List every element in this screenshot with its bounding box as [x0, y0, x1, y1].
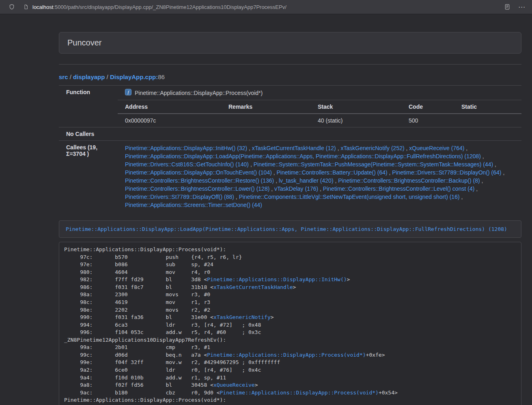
browser-toolbar: localhost:5000/path/src/displayapp/Displ…: [0, 0, 532, 14]
callee-link[interactable]: lv_task_handler (420): [279, 177, 334, 184]
callee-separator: ,: [274, 177, 279, 184]
breadcrumb-link[interactable]: displayapp: [73, 73, 105, 80]
breadcrumb-text: 86: [158, 73, 165, 80]
stats-value: 500: [401, 114, 454, 127]
callee-link[interactable]: vTaskDelay (176): [274, 185, 318, 192]
breadcrumb-separator: /: [105, 73, 110, 80]
stats-header: Stack: [310, 100, 401, 114]
divider: [59, 64, 521, 65]
page-content: Puncover src / displayapp / DisplayApp.c…: [59, 32, 521, 405]
callee-separator: ,: [318, 185, 323, 192]
callee-separator: ,: [460, 194, 463, 200]
callees-row: Callees (19, Σ=3704 ) Pinetime::Applicat…: [59, 141, 521, 213]
callee-link[interactable]: Pinetime::System::SystemTask::PushMessag…: [254, 161, 493, 168]
asm-symbol-link[interactable]: xTaskGetCurrentTaskHandle: [213, 284, 293, 290]
overflow-menu-icon[interactable]: ⋯: [518, 4, 526, 11]
breadcrumb: src / displayapp / DisplayApp.cpp:86: [59, 73, 521, 80]
callee-link[interactable]: xTaskGetCurrentTaskHandle (12): [252, 145, 336, 151]
asm-symbol-link[interactable]: Pinetime::Applications::DisplayApp::Proc…: [207, 352, 366, 358]
callee-separator: ,: [405, 145, 409, 151]
callee-link[interactable]: Pinetime::Controllers::BrightnessControl…: [125, 185, 269, 192]
disassembly-code: Pinetime::Applications::DisplayApp::Proc…: [59, 242, 521, 405]
stats-value-row: 0x0000097c40 (static)500: [118, 114, 521, 127]
callee-separator: ,: [493, 161, 496, 168]
callee-separator: ,: [247, 145, 252, 151]
callee-link[interactable]: Pinetime::Controllers::BrightnessControl…: [338, 177, 480, 184]
page-info-icon[interactable]: [24, 4, 28, 10]
function-row: Function f Pinetime::Applications::Displ…: [59, 86, 521, 100]
asm-symbol-link[interactable]: Pinetime::Applications::DisplayApp::Init…: [207, 276, 347, 282]
stats-header: Address: [118, 100, 221, 114]
callee-link[interactable]: Pinetime::Controllers::BrightnessControl…: [323, 185, 474, 192]
stats-row: AddressRemarksStackCodeStatic 0x0000097c…: [59, 100, 521, 127]
shield-icon[interactable]: [9, 4, 15, 10]
callee-separator: ,: [388, 169, 392, 176]
callee-separator: ,: [474, 185, 478, 192]
callee-link[interactable]: Pinetime::Applications::Screens::Timer::…: [125, 202, 262, 208]
function-label: Function: [59, 86, 118, 127]
callee-link[interactable]: xQueueReceive (764): [409, 145, 464, 151]
callee-separator: ,: [480, 177, 483, 184]
reader-mode-icon[interactable]: [504, 4, 510, 10]
no-callers-row: No Callers: [59, 127, 521, 141]
url-host: localhost: [32, 4, 53, 10]
function-table: Function f Pinetime::Applications::Displ…: [59, 85, 521, 212]
app-header: Puncover: [59, 32, 521, 54]
breadcrumb-link[interactable]: src: [59, 73, 68, 80]
callee-link[interactable]: Pinetime::Drivers::Cst816S::GetTouchInfo…: [125, 161, 249, 168]
callee-link[interactable]: Pinetime::Components::LittleVgl::SetNewT…: [239, 194, 460, 200]
stats-header: Static: [454, 100, 521, 114]
callee-link[interactable]: xTaskGenericNotify (252): [340, 145, 404, 151]
stats-value: [221, 114, 310, 127]
callee-separator: ,: [502, 169, 505, 176]
callee-separator: ,: [234, 194, 239, 200]
callee-link[interactable]: Pinetime::Applications::DisplayApp::Init…: [125, 145, 247, 151]
callees-label: Callees (19, Σ=3704 ): [59, 141, 118, 213]
stats-value: 40 (static): [310, 114, 401, 127]
callee-link[interactable]: Pinetime::Controllers::BrightnessControl…: [125, 177, 274, 184]
url-bar[interactable]: localhost:5000/path/src/displayapp/Displ…: [32, 4, 286, 10]
function-name: Pinetime::Applications::DisplayApp::Proc…: [135, 90, 263, 96]
callee-separator: ,: [336, 145, 341, 151]
highlighted-symbol-link[interactable]: Pinetime::Applications::DisplayApp::Load…: [66, 226, 507, 232]
callee-separator: ,: [272, 169, 277, 176]
stats-value: [454, 114, 521, 127]
page-title: Puncover: [67, 38, 513, 47]
stats-header: Code: [401, 100, 454, 114]
callee-link[interactable]: Pinetime::Drivers::St7789::DisplayOn() (…: [392, 169, 501, 176]
stats-value: 0x0000097c: [118, 114, 221, 127]
url-path: :5000/path/src/displayapp/DisplayApp.cpp…: [53, 4, 286, 10]
stats-header-row: AddressRemarksStackCodeStatic: [118, 100, 521, 114]
stats-cell: AddressRemarksStackCodeStatic 0x0000097c…: [118, 100, 521, 127]
no-callers-label: No Callers: [59, 127, 118, 141]
callee-separator: ,: [481, 153, 484, 159]
callee-link[interactable]: Pinetime::Controllers::Battery::Update()…: [277, 169, 388, 176]
highlighted-symbol: Pinetime::Applications::DisplayApp::Load…: [59, 220, 521, 238]
callee-separator: ,: [464, 145, 467, 151]
breadcrumb-separator: /: [68, 73, 73, 80]
asm-symbol-link[interactable]: xQueueReceive: [213, 382, 255, 388]
asm-symbol-link[interactable]: xTaskGenericNotify: [213, 314, 271, 320]
callee-link[interactable]: Pinetime::Applications::DisplayApp::Load…: [125, 153, 481, 159]
stats-header: Remarks: [221, 100, 310, 114]
callee-separator: ,: [334, 177, 338, 184]
breadcrumb-link[interactable]: DisplayApp.cpp:: [110, 73, 158, 80]
callee-link[interactable]: Pinetime::Drivers::St7789::DisplayOff() …: [125, 194, 234, 200]
function-icon: f: [125, 89, 131, 97]
callee-separator: ,: [269, 185, 274, 192]
callees-list: Pinetime::Applications::DisplayApp::Init…: [118, 141, 521, 213]
callers-cell: [118, 127, 521, 141]
callee-separator: ,: [249, 161, 254, 168]
function-name-cell: f Pinetime::Applications::DisplayApp::Pr…: [118, 86, 521, 100]
asm-symbol-link[interactable]: Pinetime::Applications::DisplayApp::Proc…: [220, 390, 379, 396]
stats-table: AddressRemarksStackCodeStatic 0x0000097c…: [118, 100, 521, 127]
callee-link[interactable]: Pinetime::Applications::DisplayApp::OnTo…: [125, 169, 272, 176]
